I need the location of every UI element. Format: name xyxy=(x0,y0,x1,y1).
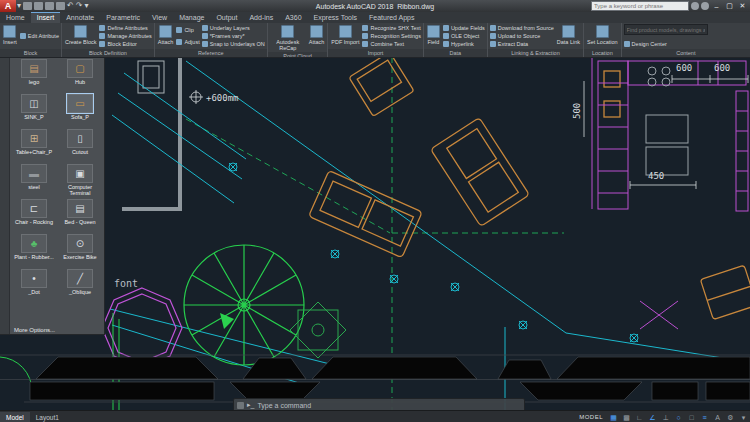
panel-label-reference[interactable]: Reference xyxy=(155,49,267,57)
palette-item-oblique[interactable]: ╱ _Oblique xyxy=(57,269,103,304)
content-search-input[interactable] xyxy=(624,24,708,35)
attach-reference-button[interactable]: Attach xyxy=(157,24,175,48)
panel-label-location[interactable]: Location xyxy=(584,49,621,57)
model-tab[interactable]: Model xyxy=(0,412,30,422)
open-file-icon[interactable] xyxy=(34,2,43,10)
polar-tracking-icon[interactable]: ∠ xyxy=(646,412,659,422)
dynamic-input-icon[interactable]: ≡ xyxy=(698,412,711,422)
recognize-shx-text-button[interactable]: Recognize SHX Text xyxy=(362,24,420,32)
autodesk-recap-button[interactable]: Autodesk ReCap xyxy=(270,24,306,51)
tab-view[interactable]: View xyxy=(146,12,173,23)
field-icon xyxy=(427,25,440,38)
tab-parametric[interactable]: Parametric xyxy=(100,12,146,23)
layout1-tab[interactable]: Layout1 xyxy=(30,412,65,422)
field-button[interactable]: Field xyxy=(426,24,441,48)
tab-manage[interactable]: Manage xyxy=(173,12,210,23)
status-overflow-icon[interactable]: ▾ xyxy=(737,412,750,422)
palette-item-chair-rocking[interactable]: ⊏ Chair - Rocking xyxy=(11,199,57,234)
data-link-button[interactable]: Data Link xyxy=(556,24,581,48)
ortho-toggle-icon[interactable]: ∟ xyxy=(633,412,646,422)
tab-annotate[interactable]: Annotate xyxy=(60,12,100,23)
panel-label-block[interactable]: Block xyxy=(0,49,61,57)
palette-item-computer-terminal[interactable]: ▣ Computer Terminal xyxy=(57,164,103,199)
panel-label-point-cloud[interactable]: Point Cloud xyxy=(268,52,328,57)
command-prompt-text[interactable]: Type a command xyxy=(257,402,311,409)
tab-output[interactable]: Output xyxy=(210,12,243,23)
palette-item-bed-queen[interactable]: ▤ Bed - Queen xyxy=(57,199,103,234)
panel-label-linking-extraction[interactable]: Linking & Extraction xyxy=(488,49,583,57)
set-location-button[interactable]: Set Location xyxy=(586,24,619,48)
save-icon[interactable] xyxy=(45,2,54,10)
close-button[interactable]: ✕ xyxy=(737,2,748,10)
object-snap-icon[interactable]: ○ xyxy=(672,412,685,422)
sign-in-icon[interactable] xyxy=(691,2,699,10)
grid-toggle-icon[interactable]: ▦ xyxy=(607,412,620,422)
panel-label-content[interactable]: Content xyxy=(622,49,750,57)
model-space-label[interactable]: MODEL xyxy=(575,414,607,420)
create-block-button[interactable]: Create Block xyxy=(64,24,98,48)
palette-item-exercise-bike[interactable]: ⊙ Exercise Bike xyxy=(57,234,103,269)
plot-icon[interactable] xyxy=(56,2,65,10)
hyperlink-button[interactable]: Hyperlink xyxy=(443,40,485,48)
upload-to-source-button[interactable]: Upload to Source xyxy=(490,32,554,40)
attach-point-cloud-button[interactable]: Attach xyxy=(308,24,326,51)
manage-attributes-button[interactable]: Manage Attributes xyxy=(99,32,151,40)
insert-block-button[interactable]: Insert xyxy=(2,24,18,48)
underlay-layers-button[interactable]: Underlay Layers xyxy=(202,24,265,32)
recognition-settings-button[interactable]: Recognition Settings xyxy=(362,32,420,40)
redo-icon[interactable]: ↷ xyxy=(76,0,83,12)
frames-vary-dropdown[interactable]: *Frames vary* xyxy=(202,32,265,40)
combine-text-button[interactable]: Combine Text xyxy=(362,40,420,48)
tab-insert[interactable]: Insert xyxy=(31,12,61,23)
edit-attribute-button[interactable]: Edit Attribute xyxy=(20,32,59,40)
infocenter-search-input[interactable] xyxy=(591,1,689,11)
help-icon[interactable] xyxy=(701,2,709,10)
snap-to-underlays-dropdown[interactable]: Snap to Underlays ON xyxy=(202,40,265,48)
panel-label-block-definition[interactable]: Block Definition xyxy=(62,49,154,57)
snap-toggle-icon[interactable]: ▩ xyxy=(620,412,633,422)
palette-spine[interactable] xyxy=(0,57,10,334)
update-fields-button[interactable]: Update Fields xyxy=(443,24,485,32)
command-customize-icon[interactable] xyxy=(237,402,244,409)
panel-label-import[interactable]: Import xyxy=(328,49,423,57)
block-editor-button[interactable]: Block Editor xyxy=(99,40,151,48)
app-menu-button[interactable]: A xyxy=(0,0,16,12)
adjust-button[interactable]: Adjust xyxy=(176,38,199,46)
palette-item-table-chair[interactable]: ⊞ Table+Chair_P xyxy=(11,129,57,164)
minimize-button[interactable]: – xyxy=(711,3,722,10)
settings-gear-icon[interactable]: ⚙ xyxy=(724,412,737,422)
palette-item-plant-rubber[interactable]: ♣ Plant - Rubber... xyxy=(11,234,57,269)
qat-dropdown-icon[interactable]: ▾ xyxy=(84,0,88,12)
maximize-button[interactable]: ▢ xyxy=(724,2,735,10)
palette-item-hub[interactable]: ▢ Hub xyxy=(57,59,103,94)
download-from-source-button[interactable]: Download from Source xyxy=(490,24,554,32)
tab-addins[interactable]: Add-ins xyxy=(243,12,279,23)
palette-item-lego[interactable]: ▤ lego xyxy=(11,59,57,94)
clip-button[interactable]: Clip xyxy=(176,26,199,34)
isodraft-icon[interactable]: ⊥ xyxy=(659,412,672,422)
tab-express-tools[interactable]: Express Tools xyxy=(308,12,363,23)
more-options-link[interactable]: More Options... xyxy=(14,327,55,333)
palette-item-sink[interactable]: ◫ SINK_P xyxy=(11,94,57,129)
extract-data-button[interactable]: Extract Data xyxy=(490,40,554,48)
lineweight-icon[interactable]: □ xyxy=(685,412,698,422)
plant-rubber-block-icon: ♣ xyxy=(21,234,47,253)
new-file-icon[interactable] xyxy=(23,2,32,10)
define-attributes-button[interactable]: Define Attributes xyxy=(99,24,151,32)
annotation-scale-icon[interactable]: A xyxy=(711,412,724,422)
palette-item-dot[interactable]: • _Dot xyxy=(11,269,57,304)
palette-item-steel[interactable]: ▬ steel xyxy=(11,164,57,199)
drawing-canvas[interactable]: +600mm 450 600 600 500 font xyxy=(0,57,750,410)
tab-home[interactable]: Home xyxy=(0,12,31,23)
app-menu-caret-icon[interactable]: ▾ xyxy=(17,0,21,12)
ole-object-button[interactable]: OLE Object xyxy=(443,32,485,40)
palette-item-sofa[interactable]: ▭ Sofa_P xyxy=(57,94,103,129)
tab-a360[interactable]: A360 xyxy=(279,12,307,23)
pdf-import-button[interactable]: PDF Import xyxy=(330,24,360,48)
tab-featured-apps[interactable]: Featured Apps xyxy=(363,12,421,23)
panel-label-data[interactable]: Data xyxy=(424,49,487,57)
undo-icon[interactable]: ↶ xyxy=(67,0,74,12)
recognize-shx-text-icon xyxy=(362,25,368,31)
design-center-button[interactable]: Design Center xyxy=(624,40,748,48)
palette-item-cutout[interactable]: ▯ Cutout xyxy=(57,129,103,164)
